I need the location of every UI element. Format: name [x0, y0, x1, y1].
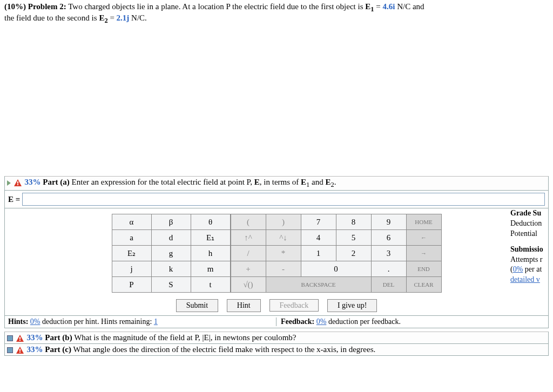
key-k[interactable]: k [151, 261, 191, 277]
warning-icon [14, 179, 22, 186]
problem-weight: (10%) [4, 2, 26, 11]
per-attempt-link[interactable]: 0% [513, 265, 523, 273]
key-h[interactable]: h [191, 246, 230, 261]
key-d[interactable]: d [151, 230, 191, 246]
key-a[interactable]: a [112, 230, 151, 246]
part-a-label: Part (a) [43, 178, 70, 186]
part-a-header[interactable]: 33% Part (a) Enter an expression for the… [4, 176, 549, 191]
part-a-body: Grade Su Deduction Potential Submissio A… [4, 208, 549, 316]
hint-button[interactable]: Hint [227, 299, 261, 312]
part-c-pct: 33% [27, 345, 43, 354]
svg-rect-4 [19, 337, 21, 339]
warning-icon [16, 335, 24, 342]
action-buttons: Submit Hint Feedback I give up! [8, 299, 545, 312]
giveup-button[interactable]: I give up! [327, 299, 377, 312]
key-e1[interactable]: E₁ [191, 230, 230, 246]
key-beta[interactable]: β [151, 214, 191, 230]
collapsed-icon [7, 335, 13, 341]
key-theta[interactable]: θ [191, 214, 230, 230]
key-3[interactable]: 3 [371, 246, 406, 261]
key-6[interactable]: 6 [371, 230, 406, 246]
key-2[interactable]: 2 [336, 246, 371, 261]
key-m[interactable]: m [191, 261, 230, 277]
key-end[interactable]: END [406, 261, 441, 277]
variable-pad: αβθ adE₁ E₂gh jkm PSt [112, 214, 231, 293]
key-4[interactable]: 4 [301, 230, 336, 246]
part-b-label: Part (b) [45, 333, 72, 342]
submit-button[interactable]: Submit [176, 299, 218, 312]
e1-value: 4.6i [382, 2, 395, 11]
grade-sidebar: Grade Su Deduction Potential Submissio A… [506, 208, 548, 285]
feedback-pct[interactable]: 0% [316, 317, 327, 326]
part-c-text: What angle does the direction of the ele… [73, 345, 375, 354]
key-mul[interactable]: * [266, 246, 301, 261]
key-7[interactable]: 7 [301, 214, 336, 230]
hints-remaining[interactable]: 1 [154, 317, 158, 326]
collapsed-icon [7, 347, 13, 353]
key-minus[interactable]: - [266, 261, 301, 277]
key-t[interactable]: t [191, 277, 230, 293]
key-div[interactable]: / [231, 246, 266, 261]
problem-label: Problem 2: [28, 2, 66, 11]
part-c-header[interactable]: 33% Part (c) What angle does the directi… [4, 344, 549, 356]
svg-rect-7 [19, 349, 21, 351]
key-8[interactable]: 8 [336, 214, 371, 230]
detailed-link[interactable]: detailed v [510, 275, 540, 283]
key-sqrt[interactable]: √() [231, 277, 266, 293]
part-b-text: What is the magnitude of the field at P,… [74, 333, 296, 342]
key-left[interactable]: ← [406, 230, 441, 246]
number-pad: ( ) 7 8 9 HOME ↑^ ^↓ 4 5 6 ← / * 1 2 3 [231, 214, 442, 293]
hint-pct[interactable]: 0% [30, 317, 41, 326]
key-s[interactable]: S [151, 277, 191, 293]
key-9[interactable]: 9 [371, 214, 406, 230]
key-home[interactable]: HOME [406, 214, 441, 230]
warning-icon [16, 347, 24, 354]
problem-header: (10%) Problem 2: Two charged objects lie… [4, 2, 549, 25]
e2-value: 2.1j [117, 13, 130, 22]
keypad: αβθ adE₁ E₂gh jkm PSt ( ) 7 8 9 HOME ↑^ … [8, 214, 545, 293]
problem-text-2: the field due to the second is [4, 13, 99, 22]
part-b-pct: 33% [27, 333, 43, 342]
key-0[interactable]: 0 [301, 261, 371, 277]
key-g[interactable]: g [151, 246, 191, 261]
key-1[interactable]: 1 [301, 246, 336, 261]
key-clear[interactable]: CLEAR [406, 277, 441, 293]
part-c-label: Part (c) [45, 345, 71, 354]
hints-bar: Hints: 0% deduction per hint. Hints rema… [4, 316, 549, 328]
key-sub[interactable]: ^↓ [266, 230, 301, 246]
key-del[interactable]: DEL [371, 277, 406, 293]
key-dot[interactable]: . [371, 261, 406, 277]
svg-rect-1 [17, 181, 18, 184]
svg-rect-8 [19, 352, 21, 353]
svg-rect-5 [19, 340, 21, 341]
part-a-pct: 33% [25, 178, 41, 186]
key-lparen[interactable]: ( [231, 214, 266, 230]
part-b-header[interactable]: 33% Part (b) What is the magnitude of th… [4, 332, 549, 344]
key-j[interactable]: j [112, 261, 151, 277]
expression-row: E = [4, 191, 549, 208]
key-e2[interactable]: E₂ [112, 246, 151, 261]
key-5[interactable]: 5 [336, 230, 371, 246]
key-rparen[interactable]: ) [266, 214, 301, 230]
key-backspace[interactable]: BACKSPACE [266, 277, 371, 293]
expression-input[interactable] [22, 193, 545, 206]
key-sup[interactable]: ↑^ [231, 230, 266, 246]
key-alpha[interactable]: α [112, 214, 151, 230]
key-plus[interactable]: + [231, 261, 266, 277]
problem-text-1: Two charged objects lie in a plane. At a… [68, 2, 365, 11]
key-p[interactable]: P [112, 277, 151, 293]
expression-label: E = [8, 195, 20, 204]
expand-icon [7, 180, 11, 186]
svg-rect-2 [17, 184, 18, 185]
feedback-button[interactable]: Feedback [269, 299, 319, 312]
key-right[interactable]: → [406, 246, 441, 261]
